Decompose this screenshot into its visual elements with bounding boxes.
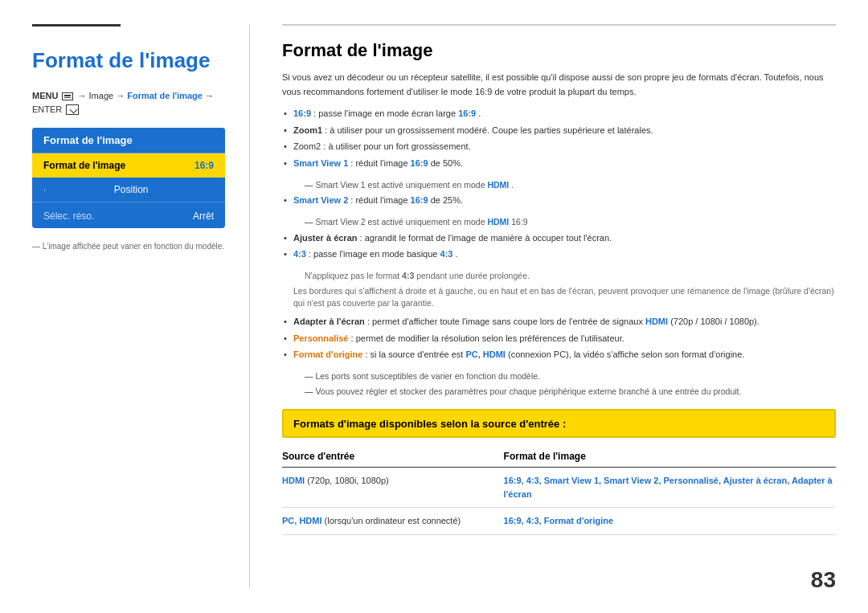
sub-note-ports: Les ports sont susceptibles de varier en… xyxy=(282,370,836,383)
tv-menu-title: Format de l'image xyxy=(32,128,225,153)
sub-note-smartview2: Smart View 2 est activé uniquement en mo… xyxy=(282,216,836,229)
bullet-format-origine: Format d'origine : si la source d'entrée… xyxy=(282,348,836,362)
sub-note-smartview1: Smart View 1 est activé uniquement en mo… xyxy=(282,179,836,192)
tv-menu-item-format-label: Format de l'image xyxy=(43,160,125,171)
left-panel: Format de l'image MENU → Image → Format … xyxy=(0,0,249,613)
right-top-line xyxy=(282,24,836,26)
footnote: L'image affichée peut varier en fonction… xyxy=(32,240,225,252)
section-header: Formats d'image disponibles selon la sou… xyxy=(282,409,836,438)
menu-icon xyxy=(62,92,73,100)
tv-menu-item-selec-label: Sélec. réso. xyxy=(43,210,94,222)
intro-text: Si vous avez un décodeur ou un récepteur… xyxy=(282,71,836,99)
menu-path: MENU → Image → Format de l'image → ENTER xyxy=(32,89,225,116)
right-panel: Format de l'image Si vous avez un décode… xyxy=(250,0,868,613)
bullet-zoom1: Zoom1 : à utiliser pour un grossissement… xyxy=(282,124,836,138)
table-row: PC, HDMI (lorsqu'un ordinateur est conne… xyxy=(282,508,836,535)
table-cell-format-pc: 16:9, 4:3, Format d'origine xyxy=(504,508,836,535)
bullet-adapter: Adapter à l'écran : permet d'afficher to… xyxy=(282,315,836,329)
menu-path-highlight: Format de l'image xyxy=(127,91,203,100)
tv-menu: Format de l'image Format de l'image 16:9… xyxy=(32,128,225,228)
bullet-list-3: Ajuster à écran : agrandit le format de … xyxy=(282,231,836,262)
warning-border: Les bordures qui s'affichent à droite et… xyxy=(282,285,836,311)
table-row: HDMI (720p, 1080i, 1080p) 16:9, 4:3, Sma… xyxy=(282,468,836,508)
tv-menu-item-format-value: 16:9 xyxy=(194,160,214,171)
bullet-4-3: 4:3 : passe l'image en mode basique 4:3 … xyxy=(282,247,836,262)
page-number: 83 xyxy=(811,567,836,593)
bullet-smartview1: Smart View 1 : réduit l'image 16:9 de 50… xyxy=(282,157,836,171)
bullet-list: 16:9 : passe l'image en mode écran large… xyxy=(282,107,836,170)
bullet-zoom2: Zoom2 : à utiliser pour un fort grossiss… xyxy=(282,140,836,154)
right-title: Format de l'image xyxy=(282,40,836,61)
sub-note-stocker: Vous pouvez régler et stocker des paramè… xyxy=(282,386,836,398)
tv-menu-item-position[interactable]: · Position xyxy=(32,178,225,202)
bullet-ajuster: Ajuster à écran : agrandit le format de … xyxy=(282,231,836,246)
table-col2-header: Format de l'image xyxy=(504,446,836,468)
menu-path-menu: MENU xyxy=(32,91,58,100)
warning-4-3: N'appliquez pas le format 4:3 pendant un… xyxy=(282,270,836,283)
tv-menu-item-position-dot: · xyxy=(43,184,46,195)
tv-menu-item-format[interactable]: Format de l'image 16:9 xyxy=(32,153,225,178)
bullet-smartview2: Smart View 2 : réduit l'image 16:9 de 25… xyxy=(282,194,836,208)
tv-menu-item-selec[interactable]: Sélec. réso. Arrêt xyxy=(32,202,225,228)
bullet-list-2: Smart View 2 : réduit l'image 16:9 de 25… xyxy=(282,194,836,208)
table-cell-format-hdmi: 16:9, 4:3, Smart View 1, Smart View 2, P… xyxy=(504,468,836,508)
bullet-16-9: 16:9 : passe l'image en mode écran large… xyxy=(282,107,836,121)
bullet-list-4: Adapter à l'écran : permet d'afficher to… xyxy=(282,315,836,362)
bullet-personnalise: Personnalisé : permet de modifier la rés… xyxy=(282,332,836,346)
table-col1-header: Source d'entrée xyxy=(282,446,504,468)
formats-table: Source d'entrée Format de l'image HDMI (… xyxy=(282,446,836,535)
table-cell-source-pc: PC, HDMI (lorsqu'un ordinateur est conne… xyxy=(282,508,504,535)
tv-menu-item-selec-value: Arrêt xyxy=(193,210,214,222)
left-title: Format de l'image xyxy=(32,48,225,73)
tv-menu-item-position-label: Position xyxy=(114,184,149,195)
top-decorative-line xyxy=(32,24,121,27)
bullet-16-9-label: 16:9 xyxy=(293,108,311,118)
section-header-text: Formats d'image disponibles selon la sou… xyxy=(293,418,566,430)
table-cell-source-hdmi: HDMI (720p, 1080i, 1080p) xyxy=(282,468,504,508)
